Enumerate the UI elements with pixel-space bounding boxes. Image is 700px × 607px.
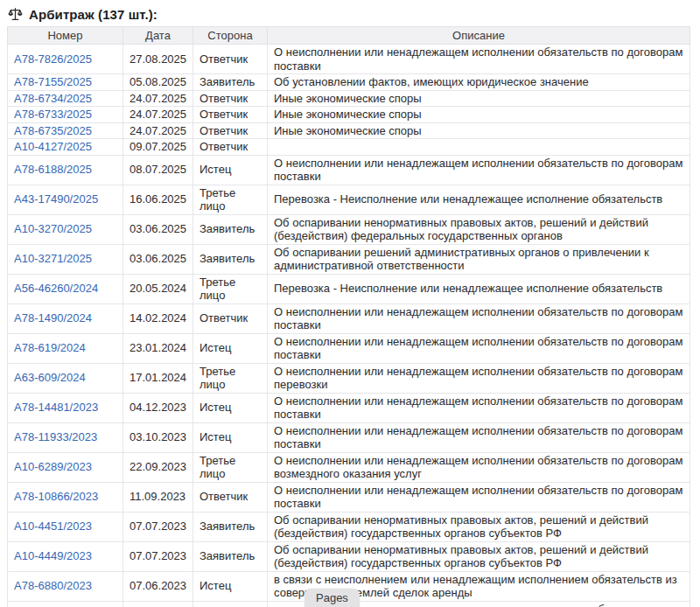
case-number-cell: А78-6880/2023 (8, 571, 123, 601)
case-number-link[interactable]: А78-6735/2025 (14, 124, 92, 137)
case-side: Ответчик (193, 45, 268, 74)
case-number-link[interactable]: А56-46260/2024 (14, 282, 98, 295)
case-side: Ответчик (193, 122, 268, 139)
case-number-link[interactable]: А78-11933/2023 (14, 430, 97, 443)
case-number-link[interactable]: А78-10866/2023 (14, 490, 98, 503)
case-side: Заявитель (193, 214, 268, 244)
case-date: 03.06.2025 (123, 214, 193, 244)
case-date: 03.06.2025 (123, 244, 193, 274)
arbitration-table: Номер Дата Сторона Описание А78-7826/202… (7, 26, 690, 607)
case-number-link[interactable]: А10-4449/2023 (14, 549, 92, 562)
case-number-cell: А10-6289/2023 (8, 452, 123, 482)
table-row: А78-1490/202414.02.2024ОтветчикО неиспол… (8, 304, 690, 333)
case-number-cell: А78-619/2024 (8, 333, 123, 363)
table-header-row: Номер Дата Сторона Описание (8, 27, 690, 45)
case-date: 09.07.2025 (123, 139, 193, 156)
case-number-link[interactable]: А78-6733/2025 (14, 108, 92, 121)
case-table-body: А78-7826/202527.08.2025ОтветчикО неиспол… (8, 45, 690, 607)
case-description: Перевозка - Неисполнение или ненадлежаще… (268, 185, 690, 214)
case-number-cell: А43-17490/2025 (8, 185, 123, 214)
case-number-link[interactable]: А10-3270/2025 (14, 222, 92, 235)
case-date: 23.01.2024 (123, 333, 193, 363)
table-row: А10-4127/202509.07.2025Ответчик (8, 139, 690, 156)
case-description: Об оспаривании ненормативных правовых ак… (268, 512, 690, 541)
case-number-cell: А10-4127/2025 (8, 139, 123, 156)
table-row: А10-3271/202503.06.2025ЗаявительОб оспар… (8, 244, 690, 274)
case-side: Третье лицо (193, 185, 268, 214)
case-number-cell: А78-1490/2024 (8, 304, 123, 333)
table-row: А78-6733/202524.07.2025ОтветчикИные экон… (8, 107, 690, 123)
case-description: О неисполнении или ненадлежащем исполнен… (268, 452, 690, 482)
case-number-link[interactable]: А78-6188/2025 (14, 163, 92, 176)
case-description: Перевозка - Неисполнение или ненадлежаще… (268, 274, 690, 304)
column-header-side: Сторона (193, 27, 268, 45)
case-number-link[interactable]: А78-6734/2025 (14, 92, 92, 105)
scales-of-justice-icon (8, 7, 23, 22)
case-date: 27.08.2025 (123, 45, 193, 74)
case-number-link[interactable]: А10-6289/2023 (14, 460, 92, 473)
case-number-link[interactable]: А78-619/2024 (14, 341, 86, 354)
table-row: А78-11933/202303.10.2023ИстецО неисполне… (8, 422, 690, 452)
case-side: Ответчик (193, 107, 268, 123)
case-side: Истец (193, 333, 268, 363)
case-date: 03.10.2023 (123, 422, 193, 452)
column-header-number: Номер (8, 27, 123, 45)
arbitration-page: Арбитраж (137 шт.): Номер Дата Сторона О… (0, 0, 700, 607)
case-number-link[interactable]: А78-14481/2023 (14, 401, 98, 414)
case-number-link[interactable]: А10-3271/2025 (14, 252, 92, 265)
case-number-link[interactable]: А10-4127/2025 (14, 140, 92, 153)
case-side: Ответчик (193, 90, 268, 107)
case-description: Об оспаривании ненормативных правовых ак… (268, 541, 690, 571)
case-number-cell: А78-6734/2025 (8, 90, 123, 107)
case-number-link[interactable]: А43-17490/2025 (14, 192, 98, 206)
case-number-link[interactable]: А78-7826/2025 (14, 52, 92, 66)
table-row: А10-6289/202322.09.2023Третье лицоО неис… (8, 452, 690, 482)
case-number-cell: А78-7155/2025 (8, 74, 123, 91)
case-number-link[interactable]: А78-1490/2024 (14, 311, 92, 324)
table-row: А78-7826/202527.08.2025ОтветчикО неиспол… (8, 45, 690, 74)
case-number-cell: А10-3271/2025 (8, 244, 123, 274)
case-number-cell: А63-609/2024 (8, 363, 123, 393)
case-number-cell: А78-6733/2025 (8, 107, 123, 123)
case-number-cell: А78-6188/2025 (8, 155, 123, 185)
case-number-cell: А10-4451/2023 (8, 512, 123, 541)
case-side: Заявитель (193, 74, 268, 91)
case-number-link[interactable]: А10-4451/2023 (14, 520, 92, 533)
table-row: А56-46260/202420.05.2024Третье лицоПерев… (8, 274, 690, 304)
case-description: О неисполнении или ненадлежащем исполнен… (268, 422, 690, 452)
case-date: 24.07.2025 (123, 122, 193, 139)
case-date: 24.07.2025 (123, 107, 193, 123)
case-date: 22.09.2023 (123, 452, 193, 482)
case-side: Ответчик (193, 601, 268, 607)
table-row: А10-3270/202503.06.2025ЗаявительОб оспар… (8, 214, 690, 244)
case-description: О неисполнении или ненадлежащем исполнен… (268, 482, 690, 512)
column-header-description: Описание (268, 27, 690, 45)
case-description: О неисполнении или ненадлежащем исполнен… (268, 393, 690, 422)
table-row: А63-609/202417.01.2024Третье лицоО неисп… (8, 363, 690, 393)
table-row: А78-6735/202524.07.2025ОтветчикИные экон… (8, 122, 690, 139)
table-row: А78-10866/202311.09.2023ОтветчикО неиспо… (8, 482, 690, 512)
case-number-cell: А78-14481/2023 (8, 393, 123, 422)
case-side: Ответчик (193, 304, 268, 333)
table-row: А43-17490/202516.06.2025Третье лицоПерев… (8, 185, 690, 214)
case-date: 29.05.2023 (123, 601, 193, 607)
case-number-link[interactable]: А78-6880/2023 (14, 579, 92, 592)
pages-button[interactable]: Pages (304, 589, 360, 607)
case-side: Заявитель (193, 244, 268, 274)
case-description: Об установлении фактов, имеющих юридичес… (268, 74, 690, 91)
case-number-cell: А78-6735/2025 (8, 122, 123, 139)
case-number-cell: А78-7826/2025 (8, 45, 123, 74)
case-date: 24.07.2025 (123, 90, 193, 107)
page-title: Арбитраж (137 шт.): (29, 7, 158, 22)
case-number-cell: А78-11933/2023 (8, 422, 123, 452)
case-description (268, 139, 690, 156)
case-date: 05.08.2025 (123, 74, 193, 91)
case-description: Об оспаривании ненормативных правовых ак… (268, 214, 690, 244)
case-number-cell: А10-4449/2023 (8, 541, 123, 571)
case-date: 08.07.2025 (123, 155, 193, 185)
case-date: 14.02.2024 (123, 304, 193, 333)
table-row: А78-7155/202505.08.2025ЗаявительОб устан… (8, 74, 690, 91)
column-header-date: Дата (123, 27, 193, 45)
case-number-link[interactable]: А78-7155/2025 (14, 75, 92, 88)
case-number-link[interactable]: А63-609/2024 (14, 371, 86, 384)
